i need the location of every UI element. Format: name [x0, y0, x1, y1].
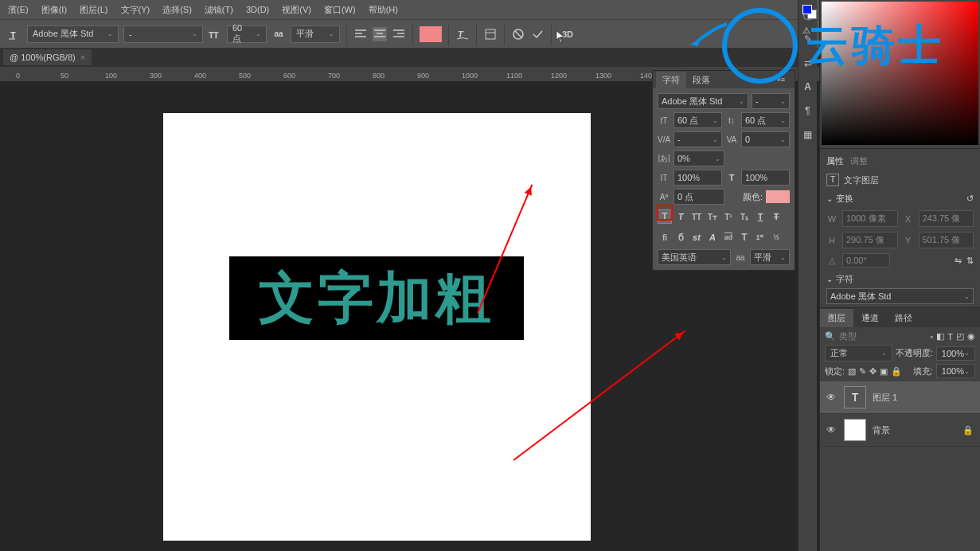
x-input[interactable]: 243.75 像 — [919, 210, 974, 227]
ot-st[interactable]: st — [689, 230, 704, 244]
panel-font-size[interactable]: 60 点⌄ — [674, 112, 722, 128]
menu-layer[interactable]: 图层(L) — [75, 2, 112, 18]
rail-swatches-icon[interactable]: ▦ — [802, 129, 814, 142]
panel-leading[interactable]: 60 点⌄ — [741, 112, 790, 128]
align-left-button[interactable] — [353, 27, 368, 41]
text-tool-icon[interactable]: T — [6, 26, 22, 42]
ot-ad[interactable]: ad — [721, 230, 736, 244]
document-tab[interactable]: @ 100%(RGB/8) × — [3, 49, 92, 65]
tracking-icon: VA — [725, 135, 738, 144]
ot-sigma[interactable]: ϭ — [674, 230, 688, 244]
panel-language[interactable]: 美国英语⌄ — [658, 249, 731, 265]
visibility-icon[interactable]: 👁 — [826, 424, 837, 436]
prop-font[interactable]: Adobe 黑体 Std⌄ — [826, 288, 974, 304]
tab-paths[interactable]: 路径 — [887, 309, 920, 327]
menu-select[interactable]: 选择(S) — [158, 2, 197, 18]
align-center-button[interactable] — [373, 27, 387, 41]
flip-h-icon[interactable]: ⇋ — [955, 256, 962, 266]
tab-properties[interactable]: 属性 — [826, 155, 844, 167]
panel-baseline[interactable]: 0 点 — [674, 189, 724, 205]
reset-icon[interactable]: ↺ — [966, 193, 974, 204]
panel-kerning[interactable]: -⌄ — [674, 131, 722, 147]
lock-all-icon[interactable]: 🔒 — [891, 366, 902, 377]
tab-label: @ 100%(RGB/8) — [10, 53, 76, 62]
tab-channels[interactable]: 通道 — [853, 309, 887, 327]
angle-input[interactable]: 0.00° — [842, 253, 890, 268]
lock-pixels-icon[interactable]: ▧ — [848, 366, 856, 377]
tab-layers[interactable]: 图层 — [820, 309, 853, 327]
align-right-button[interactable] — [392, 27, 406, 41]
faux-bold-button[interactable]: T — [658, 209, 672, 224]
antialiasing-dropdown[interactable]: 平滑⌄ — [291, 25, 340, 43]
filter-icon[interactable]: 🔍 — [825, 331, 836, 342]
y-input[interactable]: 501.75 像 — [919, 232, 974, 248]
kerning-icon: V/A — [658, 135, 670, 144]
filter-kind[interactable]: 类型 — [839, 330, 857, 342]
layer-item-2[interactable]: 👁 背景 🔒 — [820, 414, 980, 447]
flip-v-icon[interactable]: ⇅ — [966, 256, 974, 266]
tab-character[interactable]: 字符 — [656, 72, 686, 88]
transform-header[interactable]: 变换 — [836, 193, 853, 205]
layer-name[interactable]: 图层 1 — [873, 392, 897, 404]
layer-item-1[interactable]: 👁 T 图层 1 — [820, 381, 980, 414]
menu-3d[interactable]: 3D(D) — [241, 2, 274, 17]
visibility-icon[interactable]: 👁 — [826, 392, 837, 403]
ot-fi[interactable]: fi — [658, 230, 672, 244]
panel-color-swatch[interactable] — [766, 190, 790, 203]
ot-1st[interactable]: 1ˢᵗ — [753, 230, 767, 244]
superscript-button[interactable]: T¹ — [721, 209, 736, 224]
panel-tsume[interactable]: 0%⌄ — [674, 150, 724, 166]
commit-button[interactable] — [530, 27, 545, 41]
rail-paragraph-icon[interactable]: ¶ — [802, 105, 814, 118]
fill-input[interactable]: 100%⌄ — [936, 364, 975, 378]
text-color-swatch[interactable] — [420, 26, 442, 42]
smallcaps-button[interactable]: Tᴛ — [705, 209, 720, 224]
strike-button[interactable]: T — [769, 209, 783, 224]
lock-artboard-icon[interactable]: ▣ — [880, 366, 888, 377]
lock-move-icon[interactable]: ✥ — [869, 366, 877, 377]
ot-T[interactable]: T — [737, 230, 752, 244]
opacity-input[interactable]: 100%⌄ — [936, 346, 975, 361]
blend-mode-dropdown[interactable]: 正常⌄ — [825, 345, 892, 361]
panel-hscale[interactable]: 100% — [741, 170, 790, 186]
tab-adjustments[interactable]: 调整 — [850, 155, 868, 167]
font-size-dropdown[interactable]: 60 点⌄ — [227, 25, 267, 43]
w-input[interactable]: 1000 像素 — [842, 210, 898, 227]
color-label: 颜色: — [743, 191, 763, 203]
tab-paragraph[interactable]: 段落 — [686, 72, 716, 88]
lock-brush-icon[interactable]: ✎ — [859, 366, 866, 377]
menu-image[interactable]: 图像(I) — [37, 2, 72, 18]
artboard[interactable]: 文字加粗 — [163, 113, 591, 541]
menu-help[interactable]: 帮助(H) — [364, 2, 403, 18]
layer-thumb: T — [844, 386, 866, 408]
menu-filter[interactable]: 滤镜(T) — [200, 2, 238, 18]
allcaps-button[interactable]: TT — [689, 209, 704, 224]
warp-text-button[interactable]: T — [455, 27, 470, 41]
menu-type[interactable]: 文字(Y) — [116, 2, 155, 18]
opentype-row: fi ϭ st A ad T 1ˢᵗ ½ — [658, 229, 790, 246]
menu-view[interactable]: 视图(V) — [277, 2, 316, 18]
font-style-dropdown[interactable]: -⌄ — [123, 25, 203, 43]
text-layer[interactable]: 文字加粗 — [229, 256, 524, 340]
cancel-button[interactable] — [511, 27, 525, 41]
close-tab-icon[interactable]: × — [80, 53, 85, 62]
character-panel-button[interactable] — [483, 27, 498, 41]
watermark: 云骑士 — [722, 8, 944, 84]
layer-thumb — [844, 419, 866, 441]
layer-name[interactable]: 背景 — [873, 424, 890, 436]
panel-tracking[interactable]: 0⌄ — [741, 131, 790, 147]
char-header[interactable]: 字符 — [836, 273, 853, 285]
menu-edit[interactable]: 濱(E) — [3, 2, 33, 18]
subscript-button[interactable]: T₁ — [737, 209, 752, 224]
ot-half[interactable]: ½ — [769, 230, 783, 244]
menu-window[interactable]: 窗口(W) — [319, 2, 361, 18]
panel-vscale[interactable]: 100% — [674, 170, 722, 186]
panel-font-style[interactable]: -⌄ — [752, 93, 790, 109]
h-input[interactable]: 290.75 像 — [842, 232, 898, 248]
underline-button[interactable]: T — [753, 209, 767, 224]
ot-A[interactable]: A — [705, 230, 720, 244]
font-family-dropdown[interactable]: Adobe 黑体 Std⌄ — [27, 25, 119, 43]
faux-italic-button[interactable]: T — [674, 209, 688, 224]
panel-font-family[interactable]: Adobe 黑体 Std⌄ — [658, 93, 748, 109]
panel-aa-mode[interactable]: 平滑⌄ — [750, 249, 790, 265]
